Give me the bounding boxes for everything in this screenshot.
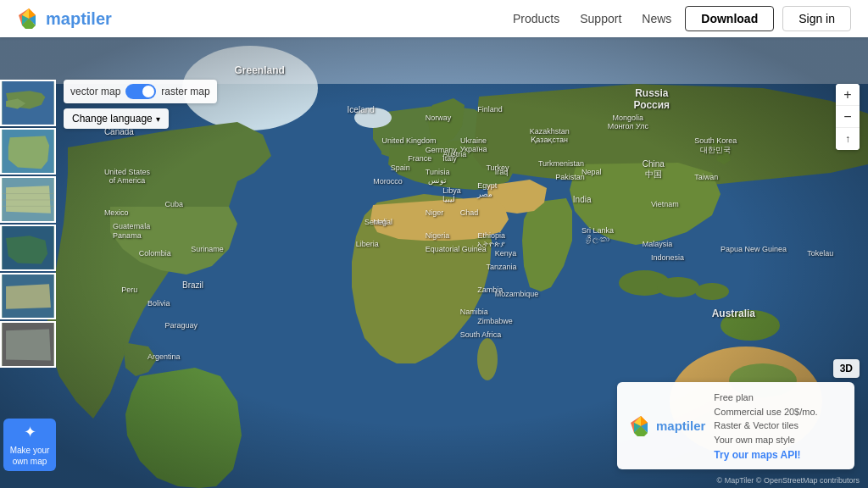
logo-text: maptiler [46,9,112,29]
map-thumbnails-sidebar [0,80,59,368]
try-api-link[interactable]: Try our maps API! [714,449,817,461]
change-language-button[interactable]: Change language ▾ [64,108,169,129]
vector-map-label: vector map [70,86,120,97]
make-map-icon: ✦ [24,423,36,442]
nav-support[interactable]: Support [580,12,621,25]
nav-news[interactable]: News [642,12,671,25]
info-box-content: Free plan Commercial use 20$/mo. Raster … [714,391,817,461]
toggle-switch[interactable] [125,84,156,99]
3d-button[interactable]: 3D [833,359,860,378]
download-button[interactable]: Download [685,6,774,31]
nav-products[interactable]: Products [513,12,559,25]
thumbnail-3[interactable] [0,176,56,223]
attribution: © MapTiler © OpenStreetMap contributors [717,476,860,485]
thumbnail-5[interactable] [0,273,56,319]
change-language-label: Change language [72,113,153,125]
thumbnail-4[interactable] [0,225,56,271]
zoom-arrow-button[interactable]: ↑ [836,128,860,150]
info-box-logo: maptiler [629,414,705,438]
info-box-text: Free plan Commercial use 20$/mo. Raster … [714,391,817,446]
zoom-in-button[interactable]: + [836,84,860,106]
logo: maptiler [17,7,112,30]
thumbnail-6[interactable] [0,321,56,368]
nav-links: Products Support News [513,12,671,25]
map-container[interactable]: Greenland Iceland Canada United Statesof… [0,37,868,488]
make-map-label: Make yourown map [10,445,50,467]
info-box: maptiler Free plan Commercial use 20$/mo… [617,382,854,469]
map-type-toggle[interactable]: vector map raster map [64,80,217,103]
signin-button[interactable]: Sign in [782,6,851,31]
zoom-out-button[interactable]: − [836,106,860,128]
chevron-down-icon: ▾ [156,114,160,124]
make-your-own-map-button[interactable]: ✦ Make yourown map [3,419,56,471]
thumbnail-2[interactable] [0,128,56,175]
info-logo-text: maptiler [656,419,705,433]
header: maptiler Products Support News Download … [0,0,868,37]
map-controls-top: vector map raster map Change language ▾ [64,80,217,129]
info-logo-icon [629,414,653,438]
thumbnail-1[interactable] [0,80,56,126]
zoom-controls: + − ↑ [836,84,860,150]
logo-icon [17,7,41,30]
raster-map-label: raster map [161,86,209,97]
